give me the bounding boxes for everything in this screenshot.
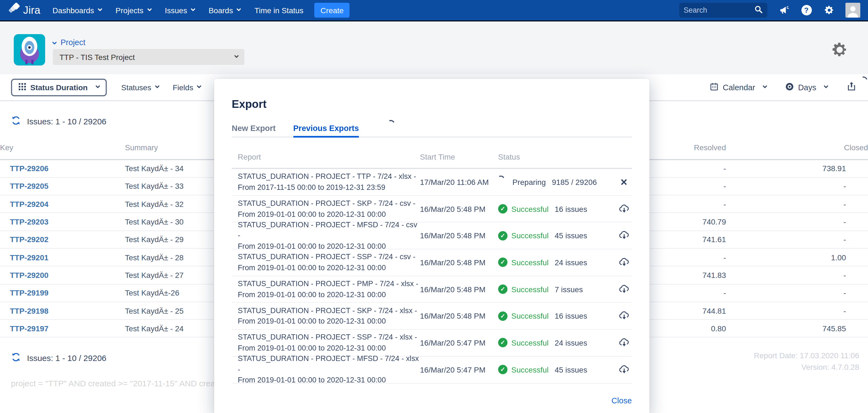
user-avatar[interactable]	[845, 3, 860, 18]
search-icon[interactable]	[754, 5, 763, 16]
cancel-export-icon[interactable]: ×	[621, 177, 627, 188]
export-start-time: 16/Mar/20 5:48 PM	[420, 231, 498, 240]
days-dropdown[interactable]: Days	[785, 82, 827, 93]
download-export-icon[interactable]	[618, 256, 630, 268]
status-label: Successful	[512, 285, 549, 294]
status-issue-count: 16 issues	[555, 204, 587, 213]
chevron-down-icon	[147, 7, 152, 11]
issue-key-link[interactable]: TTP-29201	[10, 253, 49, 262]
jira-logo[interactable]: Jira	[8, 3, 40, 18]
exports-table: Report Start Time Status STATUS_DURATION…	[232, 153, 632, 383]
announcements-icon[interactable]	[778, 4, 790, 16]
export-status: ✓ Successful 24 issues	[498, 338, 616, 348]
chevron-down-icon	[763, 84, 767, 88]
download-export-icon[interactable]	[618, 229, 630, 242]
download-export-icon[interactable]	[618, 283, 630, 295]
export-report-name: STATUS_DURATION - PROJECT - TTP - 7/24 -…	[232, 171, 420, 193]
status-issue-count: 7 issues	[555, 285, 583, 294]
modal-close-button[interactable]: Close	[612, 396, 632, 405]
export-start-time: 17/Mar/20 11:06 AM	[420, 178, 498, 187]
chevron-down-icon	[824, 84, 828, 88]
create-button[interactable]: Create	[315, 3, 350, 18]
chevron-down-icon	[95, 84, 100, 88]
export-button[interactable]	[846, 81, 857, 94]
issue-key-link[interactable]: TTP-29202	[10, 235, 49, 244]
report-settings-gear-icon[interactable]	[831, 41, 848, 58]
report-type-label: Status Duration	[30, 83, 88, 92]
menu-dashboards[interactable]: Dashboards	[53, 6, 101, 14]
export-row: STATUS_DURATION - PROJECT - PMP - 7/24 -…	[232, 276, 632, 303]
project-avatar	[14, 34, 45, 65]
issue-key-link[interactable]: TTP-29203	[10, 217, 49, 226]
chevron-down-icon	[197, 84, 202, 88]
issue-key-link[interactable]: TTP-29199	[10, 288, 49, 297]
report-type-button[interactable]: Status Duration	[11, 78, 107, 96]
chevron-down-icon	[155, 84, 159, 88]
success-check-icon: ✓	[498, 285, 507, 294]
eye-icon	[785, 82, 794, 93]
export-start-time: 16/Mar/20 5:48 PM	[420, 258, 498, 267]
help-icon[interactable]: ?	[800, 4, 812, 16]
closed-value: -	[726, 213, 868, 231]
column-header-key: Key	[0, 143, 125, 160]
search-box	[679, 3, 767, 18]
closed-value: -	[726, 178, 868, 195]
download-export-icon[interactable]	[618, 203, 630, 215]
column-header-closed: Closed	[726, 143, 868, 160]
fields-dropdown[interactable]: Fields	[173, 83, 200, 92]
export-status: ✓ Successful 24 issues	[498, 258, 616, 267]
breadcrumb-project[interactable]: Project	[53, 38, 85, 47]
issue-key-link[interactable]: TTP-29198	[10, 306, 49, 315]
success-check-icon: ✓	[498, 365, 507, 374]
status-label: Successful	[512, 312, 549, 321]
exports-table-header: Report Start Time Status	[232, 153, 632, 169]
export-status: ✓ Successful 45 issues	[498, 231, 616, 240]
tab-loading-spinner	[386, 119, 396, 129]
success-check-icon: ✓	[498, 231, 507, 240]
chevron-down-icon	[237, 7, 241, 11]
download-export-icon[interactable]	[618, 337, 630, 349]
export-start-time: 16/Mar/20 5:48 PM	[420, 285, 498, 294]
refresh-icon[interactable]	[11, 352, 21, 364]
refresh-icon[interactable]	[11, 116, 21, 127]
success-check-icon: ✓	[498, 338, 507, 348]
closed-value: 738.91	[726, 160, 868, 178]
issues-count-label: Issues: 1 - 10 / 29206	[27, 117, 106, 126]
project-select[interactable]: TTP - TIS Test Project	[53, 49, 244, 65]
menu-issues[interactable]: Issues	[165, 6, 194, 14]
export-row: STATUS_DURATION - PROJECT - SKP - 7/24 -…	[232, 196, 632, 222]
issue-key-link[interactable]: TTP-29204	[10, 199, 49, 208]
issues-count-label: Issues: 1 - 10 / 29206	[27, 354, 106, 363]
issue-key-link[interactable]: TTP-29197	[10, 324, 49, 333]
status-progress: 9185 / 29206	[552, 178, 597, 187]
modal-title: Export	[232, 98, 632, 110]
status-label: Successful	[512, 258, 549, 267]
status-issue-count: 45 issues	[555, 365, 587, 374]
export-report-name: STATUS_DURATION - PROJECT - PMP - 7/24 -…	[232, 279, 420, 300]
breadcrumb-label: Project	[61, 38, 85, 47]
export-start-time: 16/Mar/20 5:47 PM	[420, 365, 498, 374]
search-input[interactable]	[684, 6, 754, 14]
calendar-dropdown[interactable]: Calendar	[710, 82, 766, 93]
menu-boards[interactable]: Boards	[209, 6, 240, 14]
download-export-icon[interactable]	[618, 310, 630, 322]
tab-previous-exports[interactable]: Previous Exports	[293, 124, 359, 133]
issue-key-link[interactable]: TTP-29200	[10, 271, 49, 280]
closed-value: -	[726, 230, 868, 249]
export-report-name: STATUS_DURATION - PROJECT - MFSD - 7/24 …	[232, 354, 420, 386]
closed-value: -	[726, 284, 868, 302]
settings-gear-icon[interactable]	[823, 4, 835, 16]
status-label: Successful	[512, 231, 549, 240]
tab-new-export[interactable]: New Export	[232, 124, 276, 133]
issue-key-link[interactable]: TTP-29205	[10, 182, 49, 191]
menu-time-in-status[interactable]: Time in Status	[254, 6, 304, 14]
report-date: Report Date: 17.03.2020 11:06	[754, 350, 859, 361]
statuses-dropdown[interactable]: Statuses	[121, 83, 158, 92]
download-export-icon[interactable]	[618, 363, 630, 376]
export-row: STATUS_DURATION - PROJECT - SSP - 7/24 -…	[232, 330, 632, 356]
status-issue-count: 24 issues	[555, 258, 587, 267]
issue-key-link[interactable]: TTP-29206	[10, 164, 49, 173]
chevron-down-icon	[191, 7, 195, 11]
menu-projects[interactable]: Projects	[116, 6, 151, 14]
export-loading-spinner	[858, 75, 868, 85]
